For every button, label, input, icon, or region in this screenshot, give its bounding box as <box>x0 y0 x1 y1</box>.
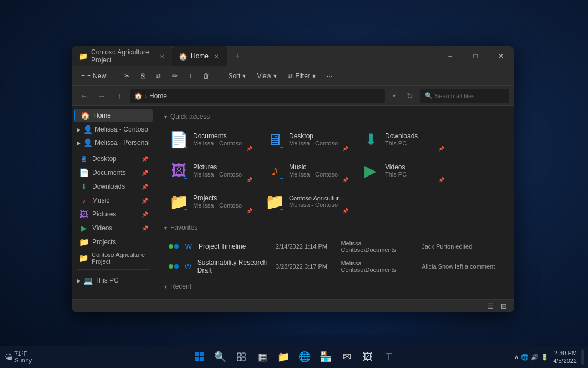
svg-rect-4 <box>237 353 241 356</box>
system-tray-icons[interactable]: ∧ 🌐 🔊 🔋 <box>514 354 549 361</box>
folder-sub-projects: Melissa - Contoso <box>193 202 251 209</box>
sidebar-group-personal[interactable]: ▶ 👤 Melissa - Personal <box>72 136 155 149</box>
tiles-view-button[interactable]: ⊞ <box>498 301 509 312</box>
photos-button[interactable]: 🖼 <box>358 347 378 367</box>
forward-button[interactable]: → <box>94 89 109 103</box>
quick-access-header[interactable]: ▾ Quick access <box>164 113 505 120</box>
show-desktop-button[interactable] <box>581 349 584 365</box>
folder-card-videos[interactable]: ▶ Videos This PC 📌 <box>356 157 448 184</box>
projects-icon: 📁 <box>79 238 89 246</box>
favorites-expand-icon: ▾ <box>164 225 167 231</box>
taskbar-weather[interactable]: 🌤 71°F Sunny <box>4 350 32 364</box>
copy-button[interactable]: ⎘ <box>136 70 149 82</box>
folder-card-music[interactable]: ♪ Music Melissa - Contoso ☁ 📌 <box>260 157 352 184</box>
sidebar-item-desktop[interactable]: 🖥 Desktop 📌 <box>74 152 153 165</box>
edge-button[interactable]: 🌐 <box>295 347 315 367</box>
pin-icon-videos: 📌 <box>141 225 148 231</box>
folder-info-desktop: Desktop Melissa - Contoso <box>289 132 347 147</box>
tab-contoso[interactable]: 📁 Contoso Agriculture Project ✕ <box>72 46 172 66</box>
taskbar-clock[interactable]: 2:30 PM 4/5/2022 <box>553 349 577 365</box>
taskview-button[interactable] <box>231 347 251 367</box>
file-row-sustainability[interactable]: W Sustainability Research Draft 3/28/202… <box>164 256 505 277</box>
downloads-icon: ⬇ <box>79 182 89 191</box>
folder-sub-videos: This PC <box>385 171 443 178</box>
filter-button[interactable]: ⧉ Filter ▾ <box>283 70 320 82</box>
back-button[interactable]: ← <box>77 89 91 103</box>
tab-add-button[interactable]: + <box>230 48 245 64</box>
pin-icon-downloads: 📌 <box>141 184 148 190</box>
folder-card-documents[interactable]: 📄 Documents Melissa - Contoso ☁ 📌 <box>164 126 256 153</box>
sidebar-item-documents[interactable]: 📄 Documents 📌 <box>74 166 153 179</box>
tab-home[interactable]: 🏠 Home ✕ <box>172 46 227 66</box>
sync-icon-pictures: ☁ <box>183 175 188 180</box>
folder-info-documents: Documents Melissa - Contoso <box>193 132 251 147</box>
favorites-header[interactable]: ▾ Favorites <box>164 224 505 231</box>
tab-home-label: Home <box>191 52 209 60</box>
sidebar-item-videos[interactable]: ▶ Videos 📌 <box>74 221 153 235</box>
sidebar-item-downloads[interactable]: ⬇ Downloads 📌 <box>74 180 153 193</box>
folder-info-music: Music Melissa - Contoso <box>289 163 347 178</box>
mail-button[interactable]: ✉ <box>337 347 357 367</box>
up-button[interactable]: ↑ <box>112 89 126 103</box>
sidebar-item-projects[interactable]: 📁 Projects <box>74 235 153 249</box>
sort-button[interactable]: Sort ▾ <box>224 70 250 82</box>
sidebar-item-music[interactable]: ♪ Music 📌 <box>74 194 153 207</box>
sidebar: 🏠 Home ▶ 👤 Melissa - Contoso ▶ 👤 Melissa… <box>72 106 155 299</box>
folder-card-desktop[interactable]: 🖥 Desktop Melissa - Contoso ☁ 📌 <box>260 126 352 153</box>
folder-sub-music: Melissa - Contoso <box>289 171 347 178</box>
search-taskbar-button[interactable]: 🔍 <box>210 347 230 367</box>
folder-info-contoso: Contoso Agriculture Project Melissa - Co… <box>289 195 347 208</box>
start-button[interactable] <box>189 347 209 367</box>
share-button[interactable]: ↑ <box>184 70 196 82</box>
more-button[interactable]: ··· <box>322 70 337 82</box>
sidebar-group-thispc[interactable]: ▶ 💻 This PC <box>72 274 155 287</box>
folder-card-pictures[interactable]: 🖼 Pictures Melissa - Contoso ☁ 📌 <box>164 157 256 184</box>
chevron-up-icon[interactable]: ∧ <box>514 354 519 361</box>
taskbar-weather-info: 71°F Sunny <box>14 350 32 364</box>
file-row-project-timeline[interactable]: W Project Timeline 2/14/2022 1:14 PM Mel… <box>164 237 505 256</box>
svg-rect-3 <box>200 357 204 361</box>
volume-icon[interactable]: 🔊 <box>531 354 539 361</box>
refresh-button[interactable]: ↻ <box>403 89 417 103</box>
sidebar-item-contoso-project[interactable]: 📁 Contoso Agriculture Project <box>74 249 153 267</box>
paste-button[interactable]: ⧉ <box>151 70 165 82</box>
content-pane: ▾ Quick access 📄 Documents Melissa - Con… <box>155 106 514 299</box>
store-button[interactable]: 🏪 <box>316 347 336 367</box>
folder-name-contoso: Contoso Agriculture Project <box>289 195 347 201</box>
pin-overlay-downloads: 📌 <box>438 146 444 152</box>
expand-icon-contoso: ▶ <box>77 127 81 133</box>
view-button[interactable]: View ▾ <box>252 70 281 82</box>
pin-icon-pictures: 📌 <box>141 211 148 218</box>
weather-temp: 71°F <box>14 350 32 357</box>
sidebar-group-contoso[interactable]: ▶ 👤 Melissa - Contoso <box>72 123 155 136</box>
sidebar-item-pictures[interactable]: 🖼 Pictures 📌 <box>74 208 153 221</box>
folder-card-downloads[interactable]: ⬇ Downloads This PC 📌 <box>356 126 448 153</box>
rename-button[interactable]: ✏ <box>168 70 182 82</box>
maximize-button[interactable]: □ <box>463 46 488 66</box>
dot-blue-timeline <box>174 244 179 249</box>
minimize-button[interactable]: − <box>437 46 463 66</box>
cut-button[interactable]: ✂ <box>120 70 134 82</box>
search-bar[interactable]: 🔍 Search all files <box>420 89 509 103</box>
network-icon[interactable]: 🌐 <box>521 354 529 361</box>
file-location-sustainability: Melissa - Contoso\Documents <box>341 260 419 273</box>
tab-contoso-close[interactable]: ✕ <box>158 52 165 61</box>
widgets-button[interactable]: ▦ <box>252 347 272 367</box>
desktop-icon: 🖥 <box>79 154 89 163</box>
tab-contoso-icon: 📁 <box>79 52 88 61</box>
folder-card-projects[interactable]: 📁 Projects Melissa - Contoso ☁ 📌 <box>164 188 256 215</box>
close-button[interactable]: ✕ <box>488 46 514 66</box>
folder-card-contoso[interactable]: 📁 Contoso Agriculture Project Melissa - … <box>260 188 352 215</box>
delete-button[interactable]: 🗑 <box>199 70 214 82</box>
sidebar-item-home[interactable]: 🏠 Home <box>74 109 153 122</box>
file-location-timeline: Melissa - Contoso\Documents <box>341 240 419 253</box>
recent-header[interactable]: ▾ Recent <box>164 283 505 290</box>
new-button[interactable]: + + New <box>77 70 110 82</box>
battery-icon[interactable]: 🔋 <box>541 354 549 361</box>
explorer-taskbar-button[interactable]: 📁 <box>273 347 293 367</box>
details-view-button[interactable]: ☰ <box>485 301 496 312</box>
tab-home-close[interactable]: ✕ <box>212 52 221 61</box>
breadcrumb-bar[interactable]: 🏠 › Home <box>130 89 385 103</box>
teams-button[interactable]: T <box>379 347 399 367</box>
filter-label: Filter <box>295 72 310 80</box>
